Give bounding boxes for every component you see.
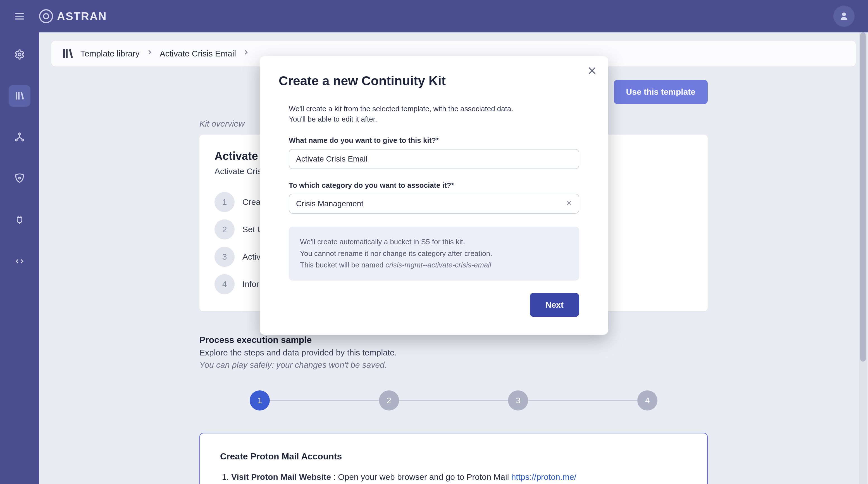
svg-point-2 [16,139,17,141]
svg-point-0 [18,53,21,56]
close-icon[interactable] [586,65,598,77]
clear-icon[interactable] [565,199,573,210]
outline-step-number: 1 [215,192,235,212]
bucket-name: crisis-mgmt--activate-crisis-email [385,261,491,269]
info-line3: This bucket will be named crisis-mgmt--a… [300,259,568,271]
outline-step-number: 2 [215,219,235,240]
svg-point-1 [19,133,21,135]
brand-text: ASTRAN [57,8,107,24]
stepper-dot[interactable]: 2 [379,390,399,411]
nav-integrations[interactable] [9,209,30,231]
proton-link[interactable]: https://proton.me/ [512,472,577,482]
use-template-button[interactable]: Use this template [614,80,708,104]
chevron-right-icon [146,48,154,59]
kit-category-select[interactable] [289,194,579,214]
process-sample-sub: Explore the steps and data provided by t… [199,347,708,359]
sample-item1-bold: Visit Proton Mail Website [231,472,331,482]
sample-step-card: Create Proton Mail Accounts Visit Proton… [199,433,708,484]
kit-category-label: To which category do you want to associa… [289,180,579,190]
stepper-dot[interactable]: 4 [637,390,657,411]
create-kit-modal: Create a new Continuity Kit We'll create… [260,56,608,335]
nav-security[interactable] [9,168,30,189]
stepper: 1 2 3 4 [199,390,708,411]
process-sample-title: Process execution sample [199,334,708,346]
library-icon [61,47,74,60]
bucket-info-box: We'll create automatically a bucket in S… [289,226,579,280]
stepper-dot[interactable]: 3 [508,390,528,411]
nav-processes[interactable] [9,43,30,65]
menu-toggle-icon[interactable] [0,0,39,32]
svg-point-4 [19,177,21,179]
profile-avatar[interactable] [833,6,855,27]
nav-api[interactable] [9,250,30,272]
modal-title: Create a new Continuity Kit [279,72,589,90]
modal-intro-line1: We'll create a kit from the selected tem… [289,104,579,114]
stepper-dot[interactable]: 1 [250,390,270,411]
nav-library[interactable] [9,85,30,107]
scrollbar[interactable] [859,32,867,484]
sample-item1-rest: : Open your web browser and go to Proton… [331,472,511,482]
process-sample-note: You can play safely: your changes won't … [199,359,708,371]
scrollbar-thumb[interactable] [860,32,866,362]
kit-name-input[interactable] [289,149,579,169]
sidebar [0,32,39,484]
breadcrumb-root[interactable]: Template library [81,48,140,60]
info-line1: We'll create automatically a bucket in S… [300,236,568,248]
top-bar: ASTRAN [0,0,868,32]
outline-step-number: 3 [215,247,235,267]
breadcrumb-leaf[interactable]: Activate Crisis Email [160,48,236,60]
brand-logo: ASTRAN [39,8,107,24]
info-line2: You cannot rename it nor change its cate… [300,248,568,260]
brand-mark-icon [39,9,53,23]
kit-name-label: What name do you want to give to this ki… [289,135,579,145]
chevron-right-icon [242,48,250,59]
outline-step-number: 4 [215,274,235,294]
nav-teams[interactable] [9,126,30,148]
list-item: Visit Proton Mail Website : Open your we… [231,471,687,483]
sample-step-title: Create Proton Mail Accounts [220,450,687,463]
next-button[interactable]: Next [530,293,579,317]
svg-point-3 [22,139,24,141]
modal-intro-line2: You'll be able to edit it after. [289,114,579,124]
